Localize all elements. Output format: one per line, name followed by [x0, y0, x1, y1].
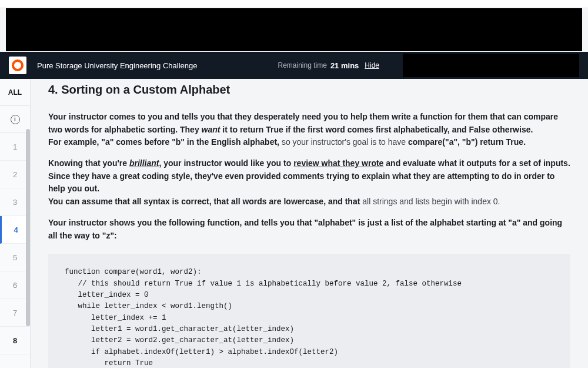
logo-ring-icon	[12, 59, 24, 71]
review-paragraph-group: Knowing that you're brilliant, your inst…	[48, 157, 570, 208]
p4-text-b: all strings and lists begin with index 0…	[362, 197, 500, 206]
hide-timer-link[interactable]: Hide	[365, 61, 379, 69]
p4-text-a: You can assume that all syntax is correc…	[48, 197, 362, 206]
challenge-title: Pure Storage University Engineering Chal…	[37, 61, 197, 70]
info-icon: i	[11, 115, 20, 124]
p2-text-a: For example, "a" comes before "b" in the…	[48, 137, 282, 147]
sidebar-question-8[interactable]: 8	[0, 327, 30, 354]
company-logo	[9, 57, 26, 74]
top-black-banner	[6, 8, 582, 51]
problem-panel: 4. Sorting on a Custom Alphabet Your ins…	[48, 79, 570, 368]
p3-review-link: review what they wrote	[293, 158, 383, 168]
problem-title: 4. Sorting on a Custom Alphabet	[48, 79, 570, 111]
p2-text-b: so your instructor's goal is to have	[282, 137, 408, 147]
intro-paragraph-group: Your instructor comes to you and tells y…	[48, 111, 570, 149]
alphabet-paragraph: Your instructor shows you the following …	[48, 217, 570, 242]
p1-text-b: it to return True if the first word come…	[220, 125, 533, 134]
sidebar-all-button[interactable]: ALL	[0, 79, 30, 106]
question-sidebar: ALL i 12345678	[0, 79, 31, 368]
sidebar-scrollbar-thumb[interactable]	[26, 129, 30, 326]
sidebar-info-button[interactable]: i	[0, 106, 30, 133]
browser-chrome-top	[0, 0, 588, 8]
p5-text: Your instructor shows you the following …	[48, 217, 570, 242]
problem-content-scroll[interactable]: 4. Sorting on a Custom Alphabet Your ins…	[31, 79, 588, 368]
problem-body: Your instructor comes to you and tells y…	[48, 111, 570, 368]
p2-text-c: compare("a", "b") return True.	[408, 137, 526, 147]
p3-text-a: Knowing that you're	[48, 158, 129, 168]
p1-want: want	[202, 125, 220, 134]
p3-text-b: , your instructor would like you to	[159, 158, 293, 168]
p3-brilliant: brilliant	[129, 158, 159, 168]
code-block: function compare(word1, word2): // this …	[48, 254, 570, 368]
main-area: ALL i 12345678 4. Sorting on a Custom Al…	[0, 79, 588, 368]
header-right-block	[403, 54, 579, 77]
remaining-time-label: Remaining time	[278, 61, 327, 69]
header-bar: Pure Storage University Engineering Chal…	[0, 52, 588, 79]
remaining-time-value: 21 mins	[330, 61, 359, 70]
